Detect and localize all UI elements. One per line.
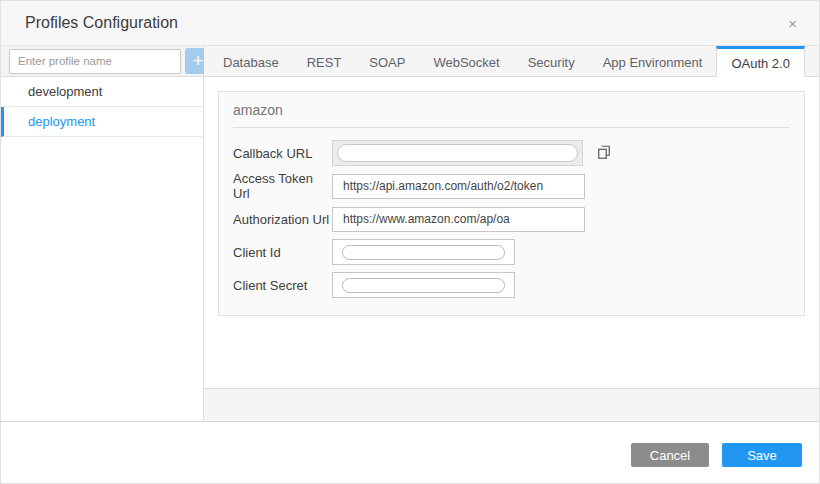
profiles-configuration-dialog: Profiles Configuration × + development d…	[0, 0, 820, 484]
tab-database[interactable]: Database	[209, 46, 293, 76]
tab-app-environment[interactable]: App Environment	[589, 46, 717, 76]
cancel-button[interactable]: Cancel	[631, 443, 709, 467]
tab-soap[interactable]: SOAP	[355, 46, 419, 76]
tab-websocket[interactable]: WebSocket	[419, 46, 513, 76]
redacted-value	[337, 144, 578, 162]
field-label: Client Id	[233, 245, 332, 260]
client-secret-row: Client Secret	[233, 271, 790, 299]
callback-url-row: Callback URL	[233, 139, 790, 167]
copy-icon[interactable]	[595, 144, 613, 162]
authorization-url-row: Authorization Url	[233, 205, 790, 233]
profile-list: development deployment	[1, 77, 203, 137]
profile-item-deployment[interactable]: deployment	[1, 107, 203, 137]
content-pane: Database REST SOAP WebSocket Security Ap…	[204, 46, 819, 421]
settings-tabbar: Database REST SOAP WebSocket Security Ap…	[204, 46, 819, 77]
amazon-panel: amazon Callback URL	[218, 91, 805, 316]
tab-security[interactable]: Security	[514, 46, 589, 76]
field-label: Authorization Url	[233, 212, 332, 227]
profile-item-development[interactable]: development	[1, 77, 203, 107]
dialog-title: Profiles Configuration	[25, 14, 178, 32]
bottom-status-strip	[204, 388, 819, 421]
tab-rest[interactable]: REST	[293, 46, 356, 76]
access-token-url-row: Access Token Url	[233, 172, 790, 200]
panel-section-title: amazon	[233, 92, 790, 128]
client-secret-field-redacted[interactable]	[332, 272, 515, 298]
profile-item-label: development	[28, 84, 102, 99]
close-icon[interactable]: ×	[784, 12, 801, 35]
dialog-footer: Cancel Save	[1, 422, 819, 483]
save-button[interactable]: Save	[722, 443, 802, 467]
redacted-value	[342, 278, 505, 293]
redacted-value	[342, 245, 505, 260]
dialog-body: + development deployment Database REST S…	[1, 46, 819, 422]
profile-name-input[interactable]	[9, 49, 181, 74]
profile-item-label: deployment	[28, 114, 95, 129]
profiles-sidebar: + development deployment	[1, 46, 204, 421]
tab-oauth-2-0[interactable]: OAuth 2.0	[716, 46, 805, 77]
client-id-row: Client Id	[233, 238, 790, 266]
oauth-form-area: amazon Callback URL	[204, 77, 819, 388]
callback-url-field-redacted	[332, 140, 583, 166]
profile-add-row: +	[1, 46, 203, 77]
field-label: Client Secret	[233, 278, 332, 293]
client-id-field-redacted[interactable]	[332, 239, 515, 265]
access-token-url-input[interactable]	[332, 174, 585, 199]
field-label: Callback URL	[233, 146, 332, 161]
field-label: Access Token Url	[233, 171, 332, 201]
authorization-url-input[interactable]	[332, 207, 585, 232]
dialog-header: Profiles Configuration ×	[1, 1, 819, 46]
